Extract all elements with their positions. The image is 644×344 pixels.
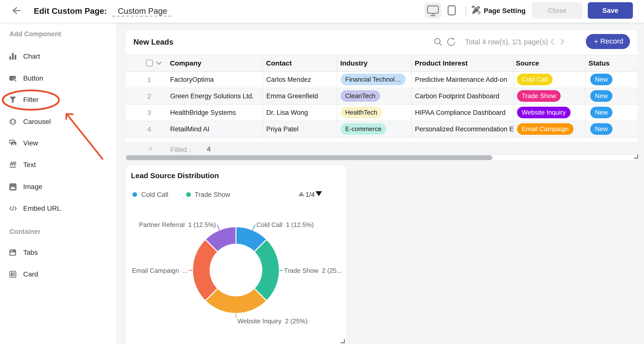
svg-text:Partner Referral 1 (12.5%): Partner Referral 1 (12.5%)	[139, 221, 216, 228]
svg-text:Email Campaign ...: Email Campaign ...	[132, 267, 188, 274]
svg-text:Cold Call 1 (12.5%): Cold Call 1 (12.5%)	[256, 221, 314, 228]
svg-text:Trade Show 2 (25...: Trade Show 2 (25...	[284, 267, 342, 274]
svg-text:Website Inquiry 2 (25%): Website Inquiry 2 (25%)	[238, 317, 308, 325]
